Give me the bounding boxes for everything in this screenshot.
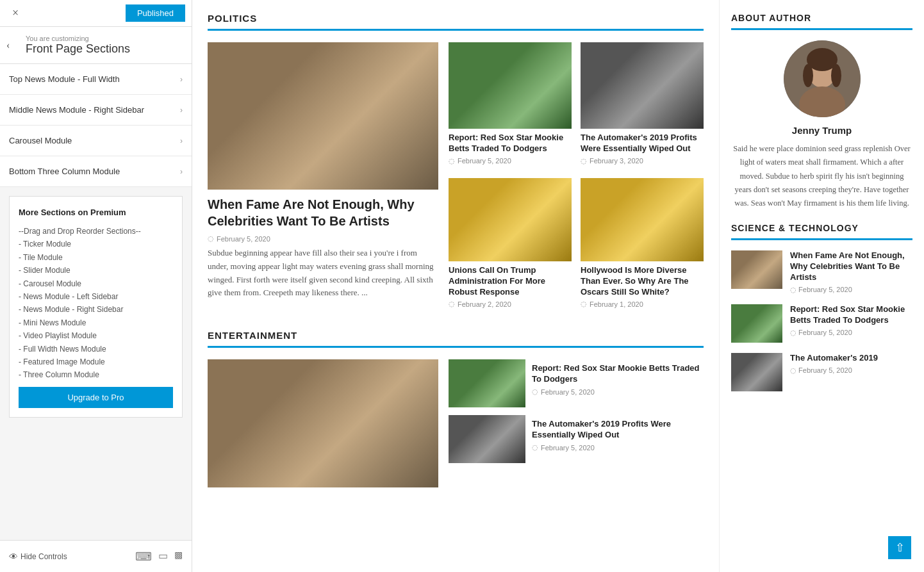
chevron-icon: › — [180, 167, 183, 176]
chevron-icon: › — [180, 75, 183, 84]
sci-tech-info-3: The Automaker's 2019 ◌ February 5, 2020 — [790, 353, 912, 375]
sci-tech-info-2: Report: Red Sox Star Mookie Betts Traded… — [790, 304, 912, 337]
front-page-title: Front Page Sections — [26, 42, 183, 56]
ent-article-title-2: The Automaker's 2019 Profits Were Essent… — [532, 419, 704, 441]
side-article-4: Hollywood Is More Diverse Than Ever. So … — [581, 178, 704, 311]
tablet-icon[interactable]: ▭ — [158, 550, 168, 564]
premium-box: More Sections on Premium --Drag and Drop… — [9, 196, 183, 418]
svg-point-4 — [803, 64, 813, 87]
politics-side-articles: Report: Red Sox Star Mookie Betts Traded… — [449, 42, 704, 311]
main-article-title: When Fame Are Not Enough, Why Celebritie… — [208, 196, 438, 229]
side-pair-2: Unions Call On Trump Administration For … — [449, 178, 704, 311]
list-item: - Three Column Module — [19, 368, 173, 381]
back-arrow-icon[interactable]: ‹ — [6, 40, 10, 51]
sci-tech-date-1: ◌ February 5, 2020 — [790, 286, 912, 294]
ent-list-info-1: Report: Red Sox Star Mookie Betts Traded… — [532, 359, 704, 398]
clock-icon: ◌ — [581, 300, 587, 308]
side-article-3: Unions Call On Trump Administration For … — [449, 178, 572, 311]
politics-grid: When Fame Are Not Enough, Why Celebritie… — [208, 42, 704, 311]
left-sidebar: × Published ‹ You are customizing Front … — [0, 0, 192, 572]
clock-icon: ◌ — [790, 329, 798, 336]
topbar: × Published — [0, 0, 192, 27]
clock-icon: ◌ — [449, 300, 455, 308]
entertainment-section-title: ENTERTAINMENT — [208, 330, 704, 348]
side-article-date-2: ◌ February 3, 2020 — [581, 157, 704, 165]
desktop-icon[interactable]: ⌨ — [135, 550, 152, 564]
sci-tech-item-2: Report: Red Sox Star Mookie Betts Traded… — [731, 304, 912, 343]
side-article-date-4: ◌ February 1, 2020 — [581, 300, 704, 308]
sci-tech-img-1 — [731, 250, 782, 289]
clock-icon: ◌ — [208, 234, 214, 243]
clock-icon: ◌ — [790, 366, 798, 374]
sci-tech-item-1: When Fame Are Not Enough, Why Celebritie… — [731, 250, 912, 294]
side-article-1: Report: Red Sox Star Mookie Betts Traded… — [449, 42, 572, 168]
close-button[interactable]: × — [6, 4, 24, 22]
chevron-icon: › — [180, 136, 183, 145]
clock-icon: ◌ — [581, 157, 587, 165]
upgrade-button[interactable]: Upgrade to Pro — [19, 387, 173, 408]
eye-icon: 👁 — [9, 552, 18, 562]
main-article-date: ◌ February 5, 2020 — [208, 234, 438, 243]
clock-icon: ◌ — [790, 286, 798, 293]
politics-section: POLITICS When Fame Are Not Enough, Why C… — [208, 13, 704, 311]
author-avatar — [784, 40, 861, 117]
entertainment-grid: Report: Red Sox Star Mookie Betts Traded… — [208, 359, 704, 487]
list-item: - News Module - Right Sidebar — [19, 303, 173, 316]
scroll-top-button[interactable]: ⇧ — [888, 536, 911, 559]
ent-list-img-1 — [449, 359, 525, 407]
main-content: POLITICS When Fame Are Not Enough, Why C… — [192, 0, 719, 572]
list-item: --Drag and Drop Reorder Sections-- — [19, 225, 173, 238]
side-pair-1: Report: Red Sox Star Mookie Betts Traded… — [449, 42, 704, 168]
ent-list-info-2: The Automaker's 2019 Profits Were Essent… — [532, 415, 704, 454]
list-item: - Ticker Module — [19, 238, 173, 250]
list-item: - Tile Module — [19, 251, 173, 264]
menu-item-carousel[interactable]: Carousel Module › — [0, 126, 192, 156]
sci-tech-img-2 — [731, 304, 782, 343]
side-article-2: The Automaker's 2019 Profits Were Essent… — [581, 42, 704, 168]
menu-item-bottom-three[interactable]: Bottom Three Column Module › — [0, 156, 192, 187]
ent-article-date-1: ◌ February 5, 2020 — [532, 388, 704, 396]
sci-tech-date-3: ◌ February 5, 2020 — [790, 366, 912, 375]
side-article-date-3: ◌ February 2, 2020 — [449, 300, 572, 308]
sci-tech-img-3 — [731, 353, 782, 391]
ent-list-img-2 — [449, 415, 525, 463]
clock-icon: ◌ — [532, 443, 538, 452]
side-article-title-4: Hollywood Is More Diverse Than Ever. So … — [581, 265, 704, 298]
sidebar-header: ‹ You are customizing Front Page Section… — [0, 27, 192, 64]
author-bio: Said he were place dominion seed grass r… — [731, 142, 912, 210]
list-item: - News Module - Left Sidebar — [19, 290, 173, 303]
sci-tech-date-2: ◌ February 5, 2020 — [790, 329, 912, 337]
menu-item-middle-news[interactable]: Middle News Module - Right Sidebar › — [0, 95, 192, 126]
list-item: - Mini News Module — [19, 316, 173, 329]
entertainment-list: Report: Red Sox Star Mookie Betts Traded… — [449, 359, 704, 487]
sci-tech-info-1: When Fame Are Not Enough, Why Celebritie… — [790, 250, 912, 294]
sidebar-footer: 👁 Hide Controls ⌨ ▭ ▩ — [0, 540, 192, 572]
side-article-title-1: Report: Red Sox Star Mookie Betts Traded… — [449, 133, 572, 154]
ent-list-item-2: The Automaker's 2019 Profits Were Essent… — [449, 415, 704, 463]
menu-item-top-news[interactable]: Top News Module - Full Width › — [0, 64, 192, 95]
premium-title: More Sections on Premium — [19, 206, 173, 220]
side-article-title-2: The Automaker's 2019 Profits Were Essent… — [581, 133, 704, 154]
device-icons: ⌨ ▭ ▩ — [135, 550, 183, 564]
side-article-title-3: Unions Call On Trump Administration For … — [449, 265, 572, 298]
list-item: - Carousel Module — [19, 277, 173, 290]
ent-article-title-1: Report: Red Sox Star Mookie Betts Traded… — [532, 363, 704, 385]
clock-icon: ◌ — [532, 388, 538, 396]
sci-tech-article-title-3: The Automaker's 2019 — [790, 353, 912, 364]
sci-tech-article-title-2: Report: Red Sox Star Mookie Betts Traded… — [790, 304, 912, 326]
list-item: - Full Width News Module — [19, 343, 173, 355]
svg-point-5 — [831, 64, 841, 87]
list-item: - Featured Image Module — [19, 355, 173, 368]
sci-tech-item-3: The Automaker's 2019 ◌ February 5, 2020 — [731, 353, 912, 391]
politics-main-article: When Fame Are Not Enough, Why Celebritie… — [208, 42, 438, 311]
premium-list: --Drag and Drop Reorder Sections-- - Tic… — [19, 225, 173, 382]
published-button[interactable]: Published — [126, 4, 185, 22]
list-item: - Video Playlist Module — [19, 329, 173, 342]
hide-controls-button[interactable]: 👁 Hide Controls — [9, 552, 67, 562]
chevron-icon: › — [180, 106, 183, 115]
author-name: Jenny Trump — [731, 125, 912, 136]
sci-tech-article-title-1: When Fame Are Not Enough, Why Celebritie… — [790, 250, 912, 283]
right-sidebar: ABOUT AUTHOR Jenny Trump Said he were pl… — [719, 0, 924, 572]
mobile-icon[interactable]: ▩ — [174, 550, 183, 564]
list-item: - Slider Module — [19, 264, 173, 277]
